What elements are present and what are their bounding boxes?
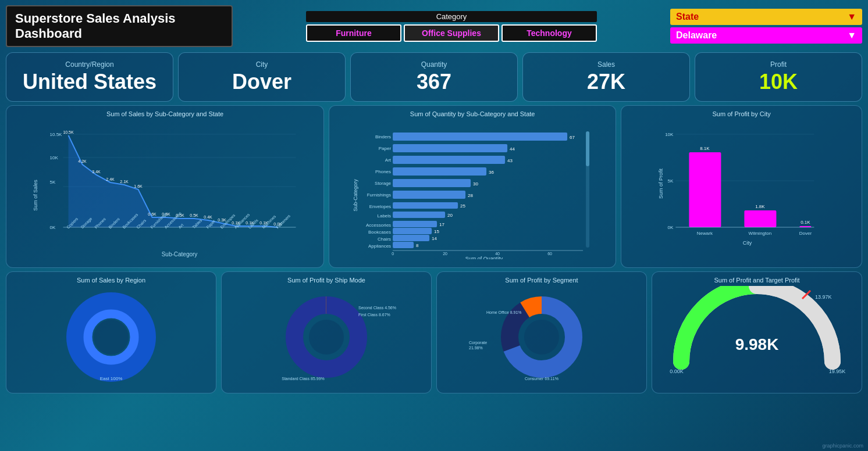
category-section: Category Furniture Office Supplies Techn… (239, 11, 664, 42)
chart-profit-city: Sum of Profit by City 10K 5K 0K Sum of P… (621, 105, 862, 268)
chart5-title: Sum of Profit by Ship Mode (226, 277, 426, 284)
svg-point-109 (94, 320, 129, 355)
chart7-svg: 9.98K 0.00K 19.95K 13.97K (657, 286, 857, 385)
svg-text:4.2K: 4.2K (78, 159, 87, 163)
svg-text:Labels: Labels (378, 213, 392, 219)
svg-text:30: 30 (473, 181, 478, 187)
svg-text:10.5K: 10.5K (63, 130, 74, 134)
svg-text:21.98%: 21.98% (469, 346, 483, 350)
svg-text:40: 40 (495, 252, 500, 256)
svg-text:0.5K: 0.5K (190, 213, 198, 217)
svg-text:0.1K: 0.1K (801, 220, 810, 225)
kpi-city: City Dover (178, 52, 346, 102)
svg-rect-62 (393, 156, 505, 164)
svg-text:Accessories: Accessories (366, 223, 391, 228)
cat-btn-technology[interactable]: Technology (501, 24, 597, 42)
dashboard-title: Superstore Sales Analysis Dashboard (15, 11, 223, 41)
svg-text:Phones: Phones (375, 169, 391, 174)
kpi-profit-value: 10K (759, 70, 798, 94)
svg-text:First Class 8.67%: First Class 8.67% (358, 313, 390, 317)
svg-text:17: 17 (439, 222, 444, 227)
svg-text:Wilmington: Wilmington (749, 231, 772, 236)
category-label: Category (306, 11, 597, 22)
header: Superstore Sales Analysis Dashboard Cate… (0, 0, 868, 52)
svg-text:3.4K: 3.4K (92, 170, 101, 174)
svg-text:20: 20 (447, 213, 453, 218)
svg-text:Corporate: Corporate (469, 341, 487, 345)
svg-text:5K: 5K (50, 180, 56, 185)
svg-text:44: 44 (510, 146, 515, 152)
svg-point-114 (309, 320, 344, 355)
svg-rect-96 (689, 152, 721, 227)
chart-sales-subcategory: Sum of Sales by Sub-Category and State S… (6, 105, 324, 268)
svg-text:67: 67 (570, 135, 575, 140)
svg-text:Appliances: Appliances (368, 244, 391, 249)
delaware-dropdown[interactable]: Delaware ▼ (670, 27, 862, 44)
cat-btn-furniture[interactable]: Furniture (306, 24, 401, 42)
state-chevron-icon: ▼ (847, 12, 856, 22)
kpi-country-label: Country/Region (65, 60, 113, 69)
svg-text:Furnishings: Furnishings (367, 192, 391, 198)
kpi-profit-label: Profit (770, 60, 787, 69)
kpi-country: Country/Region United States (6, 52, 173, 102)
chart2-title: Sum of Quantity by Sub-Category and Stat… (334, 110, 611, 117)
svg-text:9.98K: 9.98K (735, 335, 779, 353)
chart1-svg: Sum of Sales 10.5K 10K 5K 0K 10.5K 4.2K … (11, 120, 319, 259)
svg-rect-70 (393, 202, 458, 209)
svg-text:43: 43 (507, 158, 513, 163)
svg-text:Binders: Binders (375, 134, 391, 139)
svg-text:0.4K: 0.4K (204, 215, 212, 219)
kpi-sales: Sales 27K (522, 52, 690, 102)
chart-profit-shipmode: Sum of Profit by Ship Mode Second Class … (221, 271, 432, 393)
kpi-sales-label: Sales (597, 60, 615, 69)
svg-text:Paper: Paper (379, 146, 392, 151)
svg-text:10K: 10K (665, 132, 674, 137)
chart3-title: Sum of Profit by City (626, 110, 857, 117)
svg-text:Home Office 8.91%: Home Office 8.91% (486, 310, 522, 314)
chart-sales-region: Sum of Sales by Region East 100% (6, 271, 216, 393)
svg-text:28: 28 (468, 193, 473, 198)
svg-text:0K: 0K (668, 225, 674, 230)
svg-rect-78 (393, 235, 429, 241)
kpi-quantity-value: 367 (417, 70, 451, 94)
svg-text:Sum of Sales: Sum of Sales (33, 180, 38, 211)
svg-text:13.97K: 13.97K (815, 294, 832, 300)
kpi-city-label: City (256, 60, 268, 69)
svg-text:0.6K: 0.6K (148, 212, 156, 216)
chart6-svg: Home Office 8.91% Corporate 21.98% Consu… (442, 286, 642, 385)
chart5-svg: Second Class 4.56% First Class 8.67% Sta… (226, 286, 426, 385)
category-buttons: Furniture Office Supplies Technology (306, 24, 597, 42)
state-value: Delaware (676, 30, 717, 41)
svg-text:Sum of Quantity: Sum of Quantity (465, 256, 503, 259)
svg-text:Storage: Storage (375, 181, 392, 186)
svg-text:1.6K: 1.6K (134, 184, 143, 188)
svg-text:8: 8 (416, 243, 419, 248)
chart-profit-gauge: Sum of Profit and Target Profit 9.98K 0.… (652, 271, 862, 393)
chart1-title: Sum of Sales by Sub-Category and State (11, 110, 319, 117)
svg-text:Consumer 69.11%: Consumer 69.11% (525, 377, 558, 381)
svg-text:2.4K: 2.4K (106, 177, 115, 181)
svg-rect-98 (745, 210, 777, 227)
cat-btn-office-supplies[interactable]: Office Supplies (404, 24, 499, 42)
kpi-quantity-label: Quantity (421, 60, 447, 69)
chart2-svg: Binders Paper Art Phones Storage Furnish… (334, 120, 611, 259)
svg-rect-57 (586, 131, 589, 166)
svg-text:Chairs: Chairs (378, 237, 391, 242)
svg-rect-76 (393, 228, 432, 234)
chart7-title: Sum of Profit and Target Profit (657, 277, 857, 284)
state-dropdown[interactable]: State ▼ (670, 9, 862, 25)
svg-text:2.1K: 2.1K (120, 180, 129, 184)
svg-text:36: 36 (489, 170, 494, 175)
svg-text:Envelopes: Envelopes (369, 204, 391, 209)
svg-text:60: 60 (547, 252, 552, 256)
svg-rect-66 (393, 179, 471, 187)
svg-text:20: 20 (443, 252, 447, 256)
svg-text:1.8K: 1.8K (755, 204, 765, 209)
svg-text:10.5K: 10.5K (50, 132, 63, 137)
svg-text:14: 14 (432, 236, 437, 241)
svg-text:19.95K: 19.95K (829, 368, 846, 374)
title-box: Superstore Sales Analysis Dashboard (6, 5, 233, 47)
svg-text:City: City (743, 240, 752, 246)
svg-rect-80 (393, 242, 414, 248)
charts-row2: Sum of Sales by Region East 100% Sum of … (0, 271, 868, 393)
